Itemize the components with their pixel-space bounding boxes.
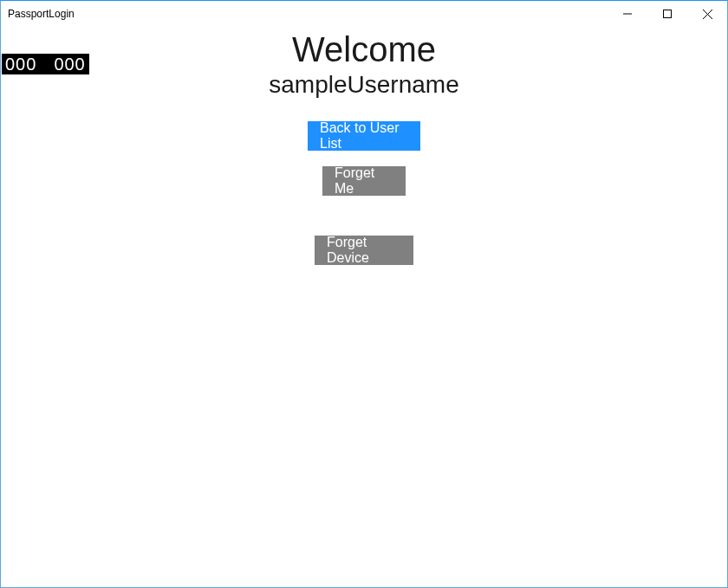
client-area: 000 000 Welcome sampleUsername Back to U…	[1, 27, 727, 587]
window-title: PassportLogin	[8, 8, 75, 20]
maximize-icon	[663, 10, 672, 18]
app-window: PassportLogin	[0, 0, 728, 588]
minimize-button[interactable]	[608, 1, 647, 27]
debug-counter-right: 000	[54, 54, 85, 74]
button-label: Forget Device	[327, 235, 401, 266]
minimize-icon	[623, 10, 632, 18]
welcome-panel: Welcome sampleUsername Back to User List…	[1, 27, 727, 265]
button-label: Forget Me	[335, 165, 393, 197]
close-button[interactable]	[687, 1, 727, 27]
titlebar: PassportLogin	[1, 1, 727, 27]
forget-me-button[interactable]: Forget Me	[322, 166, 406, 196]
username-label: sampleUsername	[269, 71, 458, 99]
forget-device-button[interactable]: Forget Device	[315, 236, 413, 265]
window-controls	[608, 1, 727, 27]
button-label: Back to User List	[320, 120, 408, 152]
close-icon	[703, 10, 712, 19]
debug-counter-overlay: 000 000	[2, 54, 89, 74]
maximize-button[interactable]	[647, 1, 687, 27]
welcome-title: Welcome	[292, 30, 436, 69]
debug-counter-left: 000	[5, 54, 36, 74]
svg-rect-1	[664, 10, 672, 18]
back-to-user-list-button[interactable]: Back to User List	[308, 121, 420, 151]
